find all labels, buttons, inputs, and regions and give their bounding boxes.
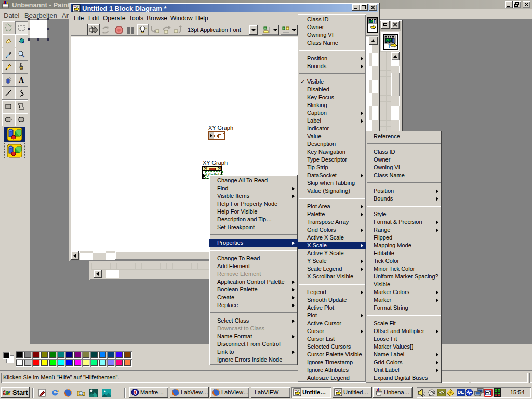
svg-text:A: A xyxy=(19,76,24,84)
svg-text:1: 1 xyxy=(388,44,391,49)
